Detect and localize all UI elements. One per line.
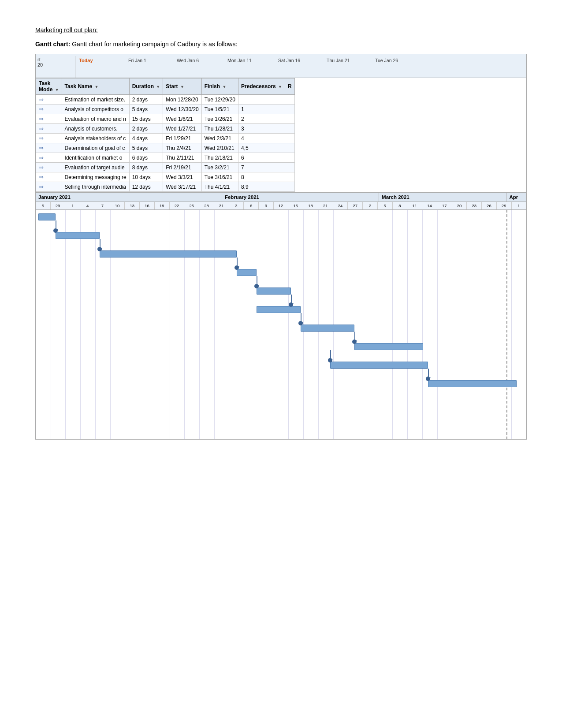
- gantt-bar-1: [56, 232, 100, 239]
- th-r: R: [285, 78, 295, 95]
- task-name-1: Analysis of competitors o: [62, 105, 129, 114]
- task-icon-5: ⇒: [36, 143, 62, 153]
- month-jan: January 2021: [36, 193, 222, 202]
- gantt-bar-0: [38, 213, 56, 220]
- table-row: ⇒ Selling through intermedia 12 days Wed…: [36, 182, 295, 192]
- subtitle-bold: Gantt chart:: [35, 41, 70, 48]
- gantt-grid-line: [140, 210, 140, 439]
- gantt-grid-line: [125, 210, 125, 439]
- gantt-day-cell: 17: [437, 202, 452, 209]
- milestone-0: [53, 228, 58, 233]
- gantt-days-header: 5291471013161922252831369121518212427258…: [36, 202, 526, 210]
- gantt-day-cell: 26: [482, 202, 497, 209]
- task-name-2: Evaluation of macro and n: [62, 114, 129, 124]
- gantt-grid-line: [378, 210, 378, 439]
- gantt-day-cell: 7: [95, 202, 110, 209]
- task-pred-7: 7: [238, 163, 285, 172]
- table-row: ⇒ Evaluation of target audie 8 days Fri …: [36, 163, 295, 172]
- task-icon-8: ⇒: [36, 172, 62, 182]
- task-dur-9: 12 days: [129, 182, 163, 192]
- gantt-day-cell: 5: [36, 202, 51, 209]
- task-r-6: [285, 153, 295, 163]
- gantt-day-cell: 9: [259, 202, 274, 209]
- task-name-5: Determination of goal of c: [62, 143, 129, 153]
- gantt-bar-7: [354, 343, 423, 350]
- task-r-7: [285, 163, 295, 172]
- gantt-day-cell: 18: [303, 202, 318, 209]
- task-finish-2: Tue 1/26/21: [201, 114, 238, 124]
- gantt-grid-line: [110, 210, 111, 439]
- gantt-day-cell: 22: [170, 202, 185, 209]
- gantt-day-cell: 8: [393, 202, 408, 209]
- task-dur-1: 5 days: [129, 105, 163, 114]
- milestone-1: [97, 247, 102, 251]
- milestone-4: [289, 302, 293, 307]
- task-icon-1: ⇒: [36, 105, 62, 114]
- gantt-grid-line: [170, 210, 170, 439]
- gantt-bar-4: [257, 287, 291, 295]
- task-start-8: Wed 3/3/21: [163, 172, 202, 182]
- task-dur-4: 4 days: [129, 134, 163, 143]
- task-name-4: Analysis stakeholders of c: [62, 134, 129, 143]
- gantt-grid-line: [184, 210, 185, 439]
- task-finish-4: Wed 2/3/21: [201, 134, 238, 143]
- timeline-dates: Today Fri Jan 1 Wed Jan 6 Mon Jan 11 Sat…: [75, 56, 526, 58]
- task-start-4: Fri 1/29/21: [163, 134, 202, 143]
- milestone-3: [254, 284, 259, 288]
- month-mar: March 2021: [379, 193, 506, 202]
- task-start-5: Thu 2/4/21: [163, 143, 202, 153]
- subtitle-text: Gantt chart for marketing campaign of Ca…: [72, 41, 237, 48]
- gantt-day-cell: 29: [497, 202, 512, 209]
- task-start-2: Wed 1/6/21: [163, 114, 202, 124]
- task-icon-3: ⇒: [36, 124, 62, 134]
- th-start[interactable]: Start ▼: [163, 78, 202, 95]
- gantt-grid-line: [244, 210, 244, 439]
- gantt-grid-line: [259, 210, 259, 439]
- task-icon-2: ⇒: [36, 114, 62, 124]
- task-dur-6: 6 days: [129, 153, 163, 163]
- task-dur-5: 5 days: [129, 143, 163, 153]
- th-name[interactable]: Task Name ▼: [62, 78, 129, 95]
- gantt-day-cell: 2: [363, 202, 378, 209]
- gantt-grid-line: [437, 210, 438, 439]
- task-start-3: Wed 1/27/21: [163, 124, 202, 134]
- task-icon-4: ⇒: [36, 134, 62, 143]
- task-pred-3: 3: [238, 124, 285, 134]
- timeline-label-rt: rt: [37, 57, 73, 62]
- task-finish-6: Thu 2/18/21: [201, 153, 238, 163]
- gantt-grid-line: [363, 210, 363, 439]
- gantt-day-cell: 4: [80, 202, 95, 209]
- timeline-header: rt 20 Today Fri Jan 1 Wed Jan 6 Mon Jan …: [36, 54, 526, 78]
- gantt-grid-line: [155, 210, 155, 439]
- gantt-day-cell: 31: [214, 202, 229, 209]
- gantt-chart-section: January 2021 February 2021 March 2021 Ap…: [36, 192, 526, 439]
- task-start-1: Wed 12/30/20: [163, 105, 202, 114]
- task-r-4: [285, 134, 295, 143]
- gantt-day-cell: 16: [140, 202, 155, 209]
- th-duration[interactable]: Duration ▼: [129, 78, 163, 95]
- gantt-day-cell: 13: [125, 202, 140, 209]
- gantt-bar-8: [330, 362, 428, 369]
- task-dur-2: 15 days: [129, 114, 163, 124]
- gantt-day-cell: 12: [274, 202, 289, 209]
- gantt-bar-5: [257, 306, 301, 313]
- task-finish-9: Thu 4/1/21: [201, 182, 238, 192]
- table-row: ⇒ Analysis stakeholders of c 4 days Fri …: [36, 134, 295, 143]
- task-table: TaskMode ▼ Task Name ▼ Duration ▼ Start …: [36, 78, 295, 192]
- gantt-grid-line: [214, 210, 215, 439]
- table-row: ⇒ Identification of market o 6 days Thu …: [36, 153, 295, 163]
- gantt-grid-line: [482, 210, 482, 439]
- date-thu-jan21: Thu Jan 21: [327, 58, 350, 63]
- gantt-bars-area: [36, 210, 526, 439]
- gantt-wrapper: rt 20 Today Fri Jan 1 Wed Jan 6 Mon Jan …: [35, 54, 527, 440]
- task-finish-0: Tue 12/29/20: [201, 95, 238, 105]
- task-finish-5: Wed 2/10/21: [201, 143, 238, 153]
- timeline-label-20: 20: [37, 62, 73, 67]
- th-predecessors[interactable]: Predecessors ▼: [238, 78, 285, 95]
- gantt-day-cell: 1: [65, 202, 80, 209]
- task-name-9: Selling through intermedia: [62, 182, 129, 192]
- gantt-grid-line: [199, 210, 200, 439]
- th-finish[interactable]: Finish ▼: [201, 78, 238, 95]
- task-name-3: Analysis of customers.: [62, 124, 129, 134]
- gantt-grid-line: [497, 210, 497, 439]
